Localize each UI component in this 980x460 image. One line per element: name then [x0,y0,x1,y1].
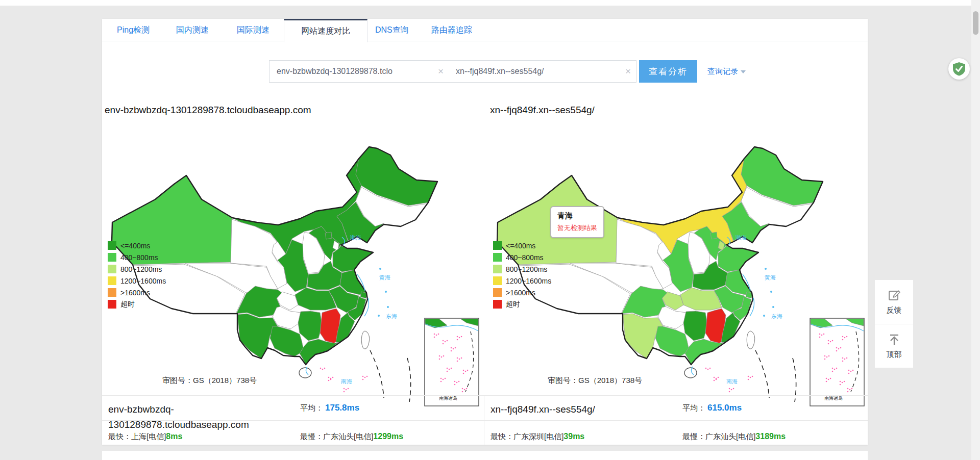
avg-value: 615.0ms [707,403,742,413]
legend-label: 800~1200ms [120,265,162,273]
province-hainan[interactable] [299,368,311,378]
tab-dns-query[interactable]: DNS查询 [375,19,409,41]
province-taiwan[interactable] [747,331,754,349]
shield-extension-badge[interactable] [948,58,970,80]
slowest-metric-left: 最慢：广东汕头[电信]1299ms [300,432,403,442]
slowest-value: 1299ms [373,432,403,441]
slowest-label: 最慢：广东汕头[电信] [300,432,373,441]
analyze-button[interactable]: 查看分析 [639,60,697,83]
legend-item: 400~800ms [493,251,551,263]
speed-compare-card: Ping检测 国内测速 国际测速 网站速度对比 DNS查询 路由器追踪 × × … [102,19,868,445]
legend-label: 1200~1600ms [506,277,551,285]
south-china-sea-inset: 南海诸岛 [810,318,864,406]
stats-row-2: 最快：广东深圳[电信]39ms 最慢：广东汕头[电信]3189ms [484,421,868,445]
query-history-dropdown[interactable]: 查询记录 [707,60,746,83]
legend-swatch [493,265,502,273]
sea-label: 黄海 [765,274,776,280]
feedback-label: 反馈 [887,305,902,315]
slowest-value: 3189ms [755,432,786,441]
sea-label: 南海 [341,378,352,385]
legend-swatch [108,265,116,273]
province-beijing[interactable] [325,232,332,239]
province-taiwan[interactable] [361,331,369,349]
sea-label: 渤海 [350,235,361,241]
legend-item: 超时 [493,298,551,310]
legend-label: >1600ms [120,289,150,297]
domain-input-1-wrap: × [269,60,449,83]
legend-swatch [493,300,502,309]
legend-label: 400~800ms [506,253,544,262]
next-section-strip [102,451,868,460]
legend-item: >1600ms [108,287,166,298]
map-title-right: xn--fjq849f.xn--ses554g/ [490,105,595,116]
legend-item: <=400ms [108,240,166,251]
feedback-button[interactable]: 反馈 [875,280,913,324]
legend-label: 1200~1600ms [120,277,166,285]
legend-swatch [108,300,116,309]
tooltip-province-name: 青海 [557,211,597,221]
stats-domain-left: env-bzbwbzdq-1301289878.tcloudbaseapp.co… [108,402,298,432]
page-scrollbar[interactable] [971,0,980,460]
legend-swatch [493,253,502,262]
map-legend: <=400ms400~800ms800~1200ms1200~1600ms>16… [493,240,551,310]
back-to-top-label: 顶部 [887,350,902,360]
domain-input-1[interactable] [270,61,449,82]
domain-input-2-wrap: × [449,60,636,83]
clear-input-1-icon[interactable]: × [438,61,444,83]
south-china-sea-inset: 南海诸岛 [425,318,479,406]
edit-pencil-icon [888,289,901,302]
floating-side-widget: 反馈 顶部 [874,279,914,368]
page-top-strip [0,0,980,6]
scrollbar-thumb[interactable] [973,11,978,35]
map-license-left: 审图号：GS（2018）738号 [162,376,257,386]
province-shandong[interactable] [718,246,758,272]
stats-row-1: env-bzbwbzdq-1301289878.tcloudbaseapp.co… [102,396,484,421]
fastest-label: 最快：广东深圳[电信] [491,432,564,441]
domain-input-2[interactable] [449,61,636,82]
legend-item: 800~1200ms [108,263,166,275]
avg-value: 175.8ms [325,403,359,413]
tab-international-speed[interactable]: 国际测速 [237,19,270,41]
province-tooltip: 青海 暂无检测结果 [550,206,604,238]
sea-label: 渤海 [735,235,747,241]
tab-ping[interactable]: Ping检测 [117,19,150,41]
avg-label: 平均： [300,403,323,412]
legend-swatch [493,276,502,285]
legend-item: 400~800ms [108,251,166,263]
legend-item: 1200~1600ms [493,275,551,287]
legend-swatch [493,288,502,297]
back-to-top-button[interactable]: 顶部 [875,324,913,368]
stats-panel-right: xn--fjq849f.xn--ses554g/ 平均：615.0ms 最快：广… [484,396,868,445]
legend-item: 1200~1600ms [108,275,166,287]
legend-swatch [108,288,116,297]
map-title-left: env-bzbwbzdq-1301289878.tcloudbaseapp.co… [105,105,311,116]
legend-swatch [108,276,116,285]
stats-row-1: xn--fjq849f.xn--ses554g/ 平均：615.0ms [484,396,868,421]
tab-site-speed-compare[interactable]: 网站速度对比 [284,19,368,42]
legend-label: 超时 [120,300,135,309]
legend-item: 超时 [108,298,166,310]
sea-label: 东海 [386,313,397,319]
map-legend: <=400ms400~800ms800~1200ms1200~1600ms>16… [108,240,166,310]
clear-input-2-icon[interactable]: × [625,61,631,83]
legend-swatch [493,241,502,250]
legend-label: 超时 [506,300,520,309]
legend-item: <=400ms [493,240,551,251]
province-hainan[interactable] [684,368,697,378]
compare-stats: env-bzbwbzdq-1301289878.tcloudbaseapp.co… [102,395,868,445]
legend-swatch [108,253,116,262]
tab-domestic-speed[interactable]: 国内测速 [176,19,209,41]
map-panel-right: xn--fjq849f.xn--ses554g/ 渤海黄海东海南海南海诸岛 <=… [487,100,869,411]
fastest-value: 39ms [564,432,584,441]
legend-label: 800~1200ms [506,265,547,273]
legend-label: >1600ms [506,289,535,297]
province-shandong[interactable] [333,246,373,272]
legend-label: <=400ms [506,242,535,250]
map-license-right: 审图号：GS（2018）738号 [548,376,642,386]
tab-route-trace[interactable]: 路由器追踪 [431,19,472,41]
avg-label: 平均： [682,403,705,412]
fastest-metric-left: 最快：上海[电信]8ms [108,432,182,442]
legend-swatch [108,241,116,250]
province-beijing[interactable] [710,232,717,239]
slowest-label: 最慢：广东汕头[电信] [682,432,755,441]
